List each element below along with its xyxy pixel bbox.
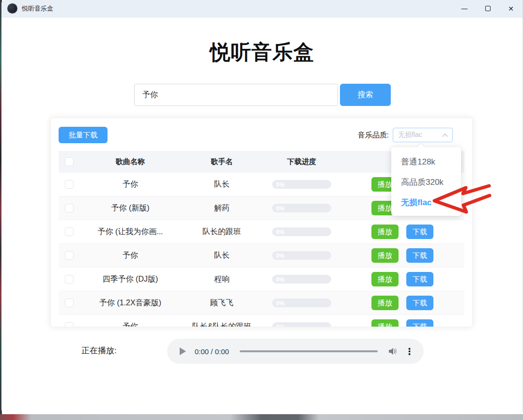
- app-logo-icon: [7, 3, 17, 14]
- col-header-song: 歌曲名称: [80, 157, 181, 166]
- play-button[interactable]: 播放: [371, 272, 399, 286]
- download-button[interactable]: 下载: [406, 248, 433, 263]
- screen: 悦听音乐盒 — ✕ 悦听音乐盒 搜索 批量下载 音乐品质: 无损flac: [0, 0, 523, 420]
- progress-bar: 0%: [272, 180, 331, 189]
- row-checkbox[interactable]: [65, 180, 74, 189]
- audio-play-icon[interactable]: [180, 347, 186, 355]
- progress-bar: 0%: [272, 299, 331, 307]
- maximize-icon: [485, 6, 491, 11]
- search-button[interactable]: 搜索: [340, 84, 391, 106]
- download-button[interactable]: 下载: [406, 225, 433, 239]
- audio-more-icon[interactable]: ⋮: [405, 347, 414, 356]
- artist-name: 程响: [181, 274, 263, 285]
- row-checkbox[interactable]: [65, 204, 74, 212]
- artist-name: 顾飞飞: [181, 298, 263, 308]
- table-row: 予你 队长 0% 播放 下载: [59, 243, 464, 267]
- play-button[interactable]: 播放: [371, 296, 399, 310]
- download-button[interactable]: 下载: [406, 272, 433, 286]
- song-name: 予你 (新版): [80, 203, 181, 213]
- play-button[interactable]: 播放: [371, 319, 399, 327]
- song-name: 四季予你 (DJ版): [80, 274, 181, 285]
- artist-name: 队长: [181, 251, 263, 261]
- app-window: 悦听音乐盒 — ✕ 悦听音乐盒 搜索 批量下载 音乐品质: 无损flac: [1, 0, 523, 414]
- search-input[interactable]: [134, 84, 338, 106]
- volume-icon[interactable]: [388, 347, 398, 356]
- window-controls: — ✕: [453, 0, 523, 17]
- now-playing-label: 正在播放:: [81, 345, 117, 356]
- audio-player: 0:00 / 0:00 ⋮: [167, 339, 424, 364]
- dropdown-option-128k[interactable]: 普通128k: [391, 152, 461, 172]
- progress-bar: 0%: [272, 251, 331, 260]
- download-button[interactable]: 下载: [406, 319, 433, 327]
- song-name: 予你: [80, 322, 181, 328]
- chevron-up-icon: [442, 134, 447, 139]
- col-header-artist: 歌手名: [181, 157, 263, 166]
- song-name: 予你: [80, 251, 181, 261]
- row-checkbox[interactable]: [65, 299, 74, 307]
- play-button[interactable]: 播放: [371, 248, 399, 263]
- audio-time: 0:00 / 0:00: [195, 347, 229, 356]
- maximize-button[interactable]: [476, 0, 499, 17]
- table-row: 予你 (1.2X音豪版) 顾飞飞 0% 播放 下载: [59, 291, 464, 315]
- progress-bar: 0%: [272, 322, 331, 327]
- page-title: 悦听音乐盒: [1, 39, 523, 66]
- play-button[interactable]: 播放: [371, 225, 399, 239]
- quality-dropdown-menu: 普通128k 高品质320k 无损flac: [391, 147, 461, 216]
- batch-download-button[interactable]: 批量下载: [59, 127, 108, 143]
- close-button[interactable]: ✕: [499, 0, 523, 17]
- desktop-background-strip-bottom: [0, 414, 523, 420]
- title-bar: 悦听音乐盒 — ✕: [1, 0, 523, 17]
- progress-bar: 0%: [272, 275, 331, 284]
- audio-seek-bar[interactable]: [240, 350, 378, 352]
- download-button[interactable]: 下载: [406, 296, 433, 310]
- col-header-progress: 下载进度: [263, 157, 340, 166]
- minimize-button[interactable]: —: [453, 0, 476, 17]
- progress-bar: 0%: [272, 204, 331, 212]
- row-checkbox[interactable]: [65, 227, 74, 236]
- row-checkbox[interactable]: [65, 275, 74, 284]
- row-checkbox[interactable]: [65, 251, 74, 260]
- quality-selected-value: 无损flac: [393, 131, 422, 139]
- artist-name: 队长的跟班: [181, 227, 263, 237]
- progress-bar: 0%: [272, 227, 331, 236]
- row-checkbox[interactable]: [65, 322, 74, 327]
- select-all-checkbox[interactable]: [65, 157, 74, 166]
- dropdown-option-320k[interactable]: 高品质320k: [391, 172, 461, 193]
- song-name: 予你 (让我为你画...: [80, 227, 181, 237]
- quality-label: 音乐品质:: [358, 128, 389, 142]
- table-row-clipped: 予你 队长&队长的跟班 0% 播放 下载: [59, 315, 464, 327]
- dropdown-option-flac[interactable]: 无损flac: [391, 193, 461, 213]
- window-title: 悦听音乐盒: [22, 4, 53, 13]
- quality-select[interactable]: 无损flac: [393, 128, 453, 142]
- song-name: 予你: [80, 180, 181, 190]
- quality-select-group: 音乐品质: 无损flac: [358, 128, 453, 142]
- artist-name: 队长: [181, 180, 263, 190]
- artist-name: 解药: [181, 203, 263, 213]
- panel-toolbar: 批量下载 音乐品质: 无损flac: [51, 118, 472, 151]
- table-row: 四季予你 (DJ版) 程响 0% 播放 下载: [59, 267, 464, 291]
- artist-name: 队长&队长的跟班: [181, 322, 263, 328]
- song-name: 予你 (1.2X音豪版): [80, 298, 181, 308]
- table-row: 予你 (让我为你画... 队长的跟班 0% 播放 下载: [59, 220, 464, 243]
